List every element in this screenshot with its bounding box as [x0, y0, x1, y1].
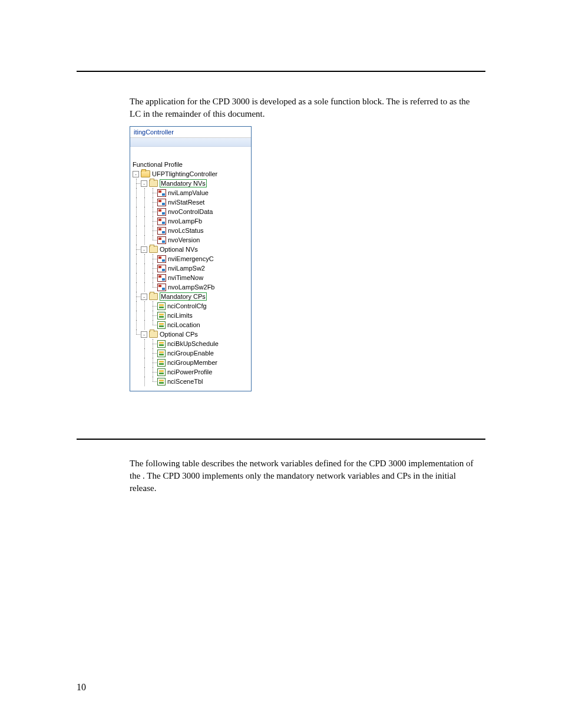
tree-indent [141, 339, 149, 348]
tree-item[interactable]: nciGroupEnable [133, 348, 249, 358]
tree-root[interactable]: -UFPTlightingController [133, 169, 249, 179]
tree-indent [133, 292, 141, 301]
cp-icon [157, 312, 166, 319]
tree-label: nvoLampFb [168, 218, 202, 225]
tree-group[interactable]: - Optional NVs [133, 245, 249, 254]
expander-icon[interactable]: - [141, 180, 147, 187]
expander-icon[interactable]: - [141, 246, 147, 253]
tree-indent [141, 320, 149, 330]
cp-icon [157, 350, 166, 357]
folder-icon [149, 246, 158, 253]
tree-item[interactable]: nciControlCfg [133, 301, 249, 311]
nv-icon [157, 236, 166, 244]
tree-indent [141, 216, 149, 226]
tree-indent [149, 254, 157, 263]
tree-item[interactable]: nvoLampSw2Fb [133, 282, 249, 292]
tree-indent [149, 273, 157, 282]
tree-indent [141, 348, 149, 358]
tree-indent [133, 320, 141, 330]
top-rule [77, 71, 485, 72]
tree-indent [133, 301, 141, 311]
tree-label: nviStatReset [168, 199, 204, 206]
tree-label: nciLimits [167, 312, 193, 319]
nv-icon [157, 218, 166, 225]
cp-icon [157, 340, 166, 348]
tree-indent [141, 301, 149, 311]
tree-indent [149, 311, 157, 320]
tree-item[interactable]: nciLocation [133, 320, 249, 330]
tree-item[interactable]: nciBkUpSchedule [133, 339, 249, 348]
tree-indent [133, 311, 141, 320]
tree-label: Mandatory CPs [160, 292, 207, 301]
tree-indent [133, 226, 141, 235]
tree-indent [149, 367, 157, 377]
tree-indent [149, 216, 157, 226]
tree-item[interactable]: nviLampSw2 [133, 263, 249, 273]
tree-item[interactable]: nciGroupMember [133, 358, 249, 367]
tree-label: nciGroupEnable [167, 350, 214, 357]
tree-label: Optional CPs [160, 331, 198, 338]
tree-label: Optional NVs [160, 246, 198, 253]
tree-group[interactable]: - Mandatory NVs [133, 179, 249, 188]
cp-icon [157, 302, 166, 310]
tree-item[interactable]: nvoLcStatus [133, 226, 249, 235]
tree-indent [149, 197, 157, 207]
tree-item[interactable]: nviTimeNow [133, 273, 249, 282]
panel-stripe [130, 138, 251, 147]
tree-indent [133, 179, 141, 188]
tree-indent [149, 348, 157, 358]
table-paragraph: The following table describes the networ… [130, 457, 483, 495]
tree-indent [149, 320, 157, 330]
tree-label: nvoLcStatus [168, 227, 204, 234]
tree-indent [149, 358, 157, 367]
tree-item[interactable]: nvoVersion [133, 235, 249, 245]
tree-label: nviEmergencyC [168, 255, 214, 262]
folder-icon [149, 180, 158, 187]
intro-paragraph: The application for the CPD 3000 is deve… [130, 95, 483, 120]
tree-label: nviTimeNow [168, 274, 203, 281]
tree-indent [141, 235, 149, 245]
folder-open-icon [141, 170, 150, 177]
tree-indent [141, 311, 149, 320]
expander-icon[interactable]: - [133, 171, 139, 177]
cp-icon [157, 321, 166, 329]
tree-indent [133, 339, 141, 348]
tree-indent [133, 273, 141, 282]
folder-icon [149, 331, 158, 338]
tree-indent [133, 348, 141, 358]
tree-item[interactable]: nvoLampFb [133, 216, 249, 226]
tree-label: nciControlCfg [167, 302, 207, 309]
tree-label: nvoLampSw2Fb [168, 284, 215, 291]
tree-item[interactable]: nciLimits [133, 311, 249, 320]
tree-indent [141, 358, 149, 367]
expander-icon[interactable]: - [141, 294, 147, 300]
tree-indent [141, 188, 149, 197]
tree-item[interactable]: nviStatReset [133, 197, 249, 207]
cp-icon [157, 359, 166, 367]
tree-label: UFPTlightingController [152, 170, 217, 177]
tree-item[interactable]: nciPowerProfile [133, 367, 249, 377]
tree-indent [149, 377, 157, 386]
tree-item[interactable]: nviEmergencyC [133, 254, 249, 263]
tree-label: nciLocation [167, 321, 200, 328]
cp-icon [157, 378, 166, 386]
tree-item[interactable]: nciSceneTbl [133, 377, 249, 386]
tree-item[interactable]: nviLampValue [133, 188, 249, 197]
tree-group[interactable]: - Optional CPs [133, 330, 249, 339]
tree-indent [133, 207, 141, 216]
tree-indent [141, 207, 149, 216]
tree-label: nciPowerProfile [167, 368, 212, 375]
tree-group[interactable]: - Mandatory CPs [133, 292, 249, 301]
tree-indent [141, 377, 149, 386]
tree-indent [141, 254, 149, 263]
tree-item[interactable]: nvoControlData [133, 207, 249, 216]
intro-text-1: The application for the CPD 3000 is deve… [130, 97, 400, 106]
tree-indent [133, 330, 141, 339]
tree-indent [149, 263, 157, 273]
tree-indent [149, 282, 157, 292]
tree-label: Mandatory NVs [160, 179, 207, 187]
tree-indent [133, 367, 141, 377]
tree-indent [149, 207, 157, 216]
tree-indent [133, 282, 141, 292]
expander-icon[interactable]: - [141, 331, 147, 338]
